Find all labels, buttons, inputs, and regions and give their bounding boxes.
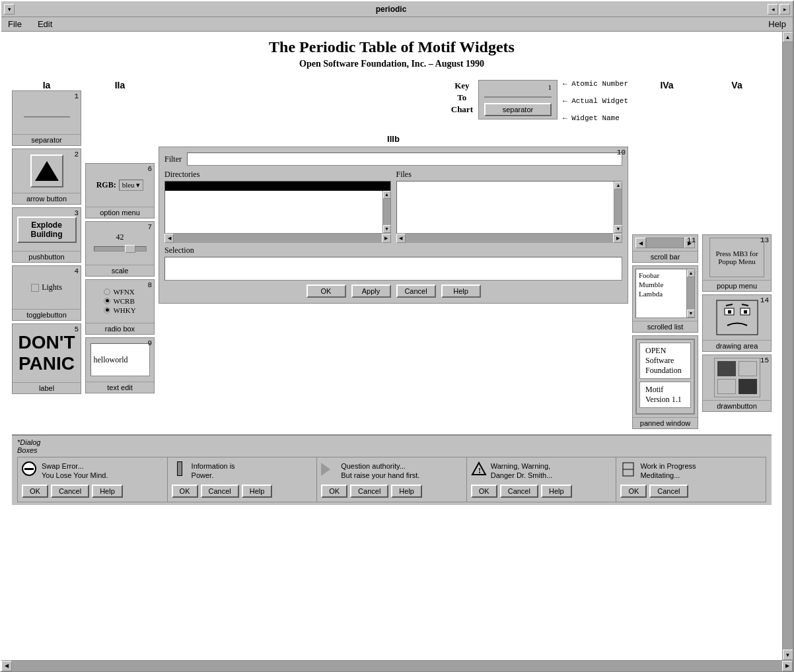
menu-edit[interactable]: Edit	[35, 18, 55, 30]
horizontal-scrollbar: ◀ ▶	[1, 660, 793, 671]
dir-hscroll-left[interactable]: ◀	[164, 234, 174, 243]
panel-1-help[interactable]: Help	[92, 485, 123, 498]
widget-4-label: togglebutton	[13, 309, 81, 320]
panel-3-buttons: OK Cancel Help	[321, 485, 462, 498]
text-edit-widget[interactable]: helloworld	[90, 343, 150, 376]
scroll-left-btn[interactable]: ◀	[1, 661, 12, 671]
radio-item-whky[interactable]: WHKY	[104, 306, 135, 314]
atomic-number-label: ← Atomic Number	[563, 80, 628, 88]
panel-3-cancel[interactable]: Cancel	[350, 485, 388, 498]
main-area: The Periodic Table of Motif Widgets Open…	[1, 32, 793, 660]
widget-15-label: drawnbutton	[703, 400, 771, 411]
key-sep-btn-container: separator	[484, 103, 552, 116]
panel-4-help[interactable]: Help	[541, 485, 572, 498]
widget-8-number: 8	[147, 281, 152, 289]
panel-2-ok[interactable]: OK	[172, 485, 198, 498]
filter-input[interactable]	[187, 152, 622, 166]
key-atomic-number: ← Atomic Number	[563, 80, 628, 88]
radio-circle-wcrb	[104, 298, 110, 304]
dir-hscroll-track[interactable]	[174, 234, 382, 243]
key-separator-button[interactable]: separator	[484, 103, 552, 116]
file-ok-button[interactable]: OK	[307, 285, 346, 298]
scale-thumb[interactable]	[125, 245, 135, 253]
file-help-button[interactable]: Help	[441, 285, 481, 298]
panel-2-cancel[interactable]: Cancel	[201, 485, 239, 498]
files-hscroll-left[interactable]: ◀	[396, 234, 406, 243]
radio-item-wfnx[interactable]: WFNX	[104, 288, 135, 296]
iva-spacer	[632, 90, 698, 234]
dialog-boxes-note: *DialogBoxes	[17, 438, 766, 454]
dialog-panel-3: Question authority...But raise your hand…	[317, 457, 467, 502]
key-number: 1	[484, 83, 552, 91]
lights-toggle[interactable]: Lights	[31, 283, 62, 292]
panel-1-ok[interactable]: OK	[22, 485, 48, 498]
window-minimize-btn[interactable]: ▾	[4, 4, 15, 15]
window-resize-btn[interactable]: ◂	[768, 4, 778, 15]
drawn-button-widget[interactable]	[714, 358, 760, 397]
menu-file[interactable]: File	[5, 18, 24, 30]
file-apply-button[interactable]: Apply	[351, 285, 391, 298]
files-scroll-track	[614, 189, 622, 225]
files-hscroll: ◀ ▶	[396, 234, 623, 243]
color-option-select[interactable]: bleu ▾	[119, 180, 144, 191]
widget-3-label: pushbutton	[13, 251, 81, 262]
panel-3-ok[interactable]: OK	[321, 485, 347, 498]
scrolled-list-widget[interactable]: Foobar Mumble Lambda ▲ ▼	[635, 269, 695, 318]
panel-1-icon	[22, 461, 38, 476]
scroll-track[interactable]	[646, 238, 684, 248]
panel-4-cancel[interactable]: Cancel	[500, 485, 538, 498]
scroll-left-btn[interactable]: ◀	[635, 238, 646, 248]
slist-scroll-down[interactable]: ▼	[687, 310, 695, 318]
directories-list[interactable]: ▲ ▼	[164, 181, 391, 234]
widget-cell-9: 9 helloworld text edit	[85, 337, 155, 393]
files-list-scrollbar: ▲ ▼	[614, 182, 622, 233]
scroll-track-h[interactable]	[12, 661, 782, 671]
files-scroll-down[interactable]: ▼	[614, 225, 622, 233]
column-iia: IIa 6 RGB: bleu ▾ option menu	[85, 80, 155, 429]
triangle-icon	[35, 161, 59, 181]
files-scroll-up[interactable]: ▲	[614, 182, 622, 189]
file-cancel-button[interactable]: Cancel	[396, 285, 436, 298]
widget-cell-1: 1 separator	[12, 90, 81, 146]
files-hscroll-track[interactable]	[406, 234, 614, 243]
scroll-down-button[interactable]: ▼	[783, 650, 793, 660]
widget-6-label: option menu	[86, 207, 154, 218]
dir-hscroll-right[interactable]: ▶	[382, 234, 391, 243]
panel-5-cancel[interactable]: Cancel	[649, 485, 688, 498]
scroll-up-button[interactable]: ▲	[783, 32, 793, 42]
panned-window-label: panned window	[633, 417, 698, 428]
radio-dot-wcrb	[106, 299, 109, 302]
widget-9-inner: helloworld	[86, 338, 154, 382]
panel-1-buttons: OK Cancel Help	[22, 485, 163, 498]
dir-files-section: Directories ▲ ▼	[164, 170, 622, 243]
scrolled-list-content: Foobar Mumble Lambda	[636, 269, 686, 318]
arrow-button-widget[interactable]	[30, 154, 63, 187]
radio-item-wcrb[interactable]: WCRB	[104, 297, 135, 305]
dir-scroll-up[interactable]: ▲	[383, 191, 391, 199]
widget-4-inner: Lights	[13, 266, 81, 309]
explode-building-button[interactable]: ExplodeBuilding	[17, 217, 77, 243]
panel-1-cancel[interactable]: Cancel	[51, 485, 89, 498]
scale-track[interactable]	[94, 246, 147, 252]
title-bar-right-controls: ◂ ▸	[768, 4, 790, 15]
va-spacer	[702, 90, 772, 234]
directories-section: Directories ▲ ▼	[164, 170, 391, 243]
files-list[interactable]: ▲ ▼	[396, 181, 623, 234]
panel-2-help[interactable]: Help	[242, 485, 273, 498]
panel-5-ok[interactable]: OK	[620, 485, 647, 498]
selection-input[interactable]	[164, 257, 622, 281]
files-hscroll-right[interactable]: ▶	[613, 234, 622, 243]
widget-7-label: scale	[86, 265, 154, 276]
main-window: ▾ periodic ◂ ▸ File Edit Help The Period…	[0, 0, 794, 672]
panel-3-help[interactable]: Help	[391, 485, 422, 498]
slist-scroll-up[interactable]: ▲	[687, 269, 695, 277]
dialog-panel-5: Work in ProgressMeditating... OK Cancel	[616, 457, 766, 502]
column-iva: IVa 11 ◀ ▶ scroll bar	[632, 80, 698, 429]
scroll-right-btn[interactable]: ▶	[782, 661, 793, 671]
popup-menu-widget[interactable]: Press MB3 forPopup Menu	[709, 238, 764, 277]
menu-help[interactable]: Help	[766, 18, 789, 30]
panel-4-ok[interactable]: OK	[471, 485, 497, 498]
scroll-track-v[interactable]	[783, 42, 793, 650]
dir-scroll-down[interactable]: ▼	[383, 225, 391, 233]
window-maximize-btn[interactable]: ▸	[779, 4, 790, 15]
